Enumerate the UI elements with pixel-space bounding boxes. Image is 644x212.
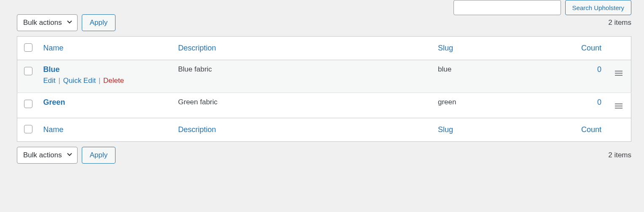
row-title[interactable]: Blue <box>43 65 60 74</box>
row-description: Green fabric <box>173 93 433 118</box>
bulk-actions-select[interactable]: Bulk actions <box>17 14 78 31</box>
column-count-footer[interactable]: Count <box>581 125 601 134</box>
column-name-footer[interactable]: Name <box>43 125 64 134</box>
chevron-down-icon <box>66 151 73 160</box>
bulk-actions-select-bottom[interactable]: Bulk actions <box>17 147 78 164</box>
table-row: GreenGreen fabricgreen0 <box>17 93 631 118</box>
column-description-footer[interactable]: Description <box>178 125 216 134</box>
delete-link[interactable]: Delete <box>103 77 124 85</box>
apply-button[interactable]: Apply <box>82 14 116 31</box>
row-title[interactable]: Green <box>43 98 65 106</box>
drag-handle-icon[interactable] <box>615 103 623 109</box>
column-slug[interactable]: Slug <box>438 44 453 52</box>
select-all-checkbox[interactable] <box>24 43 32 52</box>
row-count[interactable]: 0 <box>597 65 601 74</box>
column-description[interactable]: Description <box>178 44 216 52</box>
drag-handle-icon[interactable] <box>615 71 623 76</box>
table-row: BlueEdit | Quick Edit | DeleteBlue fabri… <box>17 60 631 93</box>
row-description: Blue fabric <box>173 60 433 93</box>
search-input[interactable] <box>453 0 561 15</box>
row-count[interactable]: 0 <box>597 98 601 106</box>
terms-table: Name Description Slug Count BlueEdit | Q… <box>17 36 631 142</box>
bulk-actions-label: Bulk actions <box>23 19 62 27</box>
column-name[interactable]: Name <box>43 44 64 52</box>
bulk-actions-label-bottom: Bulk actions <box>23 151 62 159</box>
select-all-checkbox-bottom[interactable] <box>24 125 32 133</box>
apply-button-bottom[interactable]: Apply <box>82 147 116 164</box>
row-checkbox[interactable] <box>24 100 32 108</box>
row-checkbox[interactable] <box>24 67 32 75</box>
column-count[interactable]: Count <box>581 44 601 52</box>
quick-edit-link[interactable]: Quick Edit <box>63 77 96 85</box>
row-slug: green <box>433 93 551 118</box>
edit-link[interactable]: Edit <box>43 77 56 85</box>
search-button[interactable]: Search Upholstery <box>565 0 631 15</box>
items-count: 2 items <box>608 19 631 27</box>
chevron-down-icon <box>66 19 73 27</box>
items-count-bottom: 2 items <box>608 151 631 159</box>
column-slug-footer[interactable]: Slug <box>438 125 453 134</box>
row-actions: Edit | Quick Edit | Delete <box>43 77 168 85</box>
row-slug: blue <box>433 60 551 93</box>
